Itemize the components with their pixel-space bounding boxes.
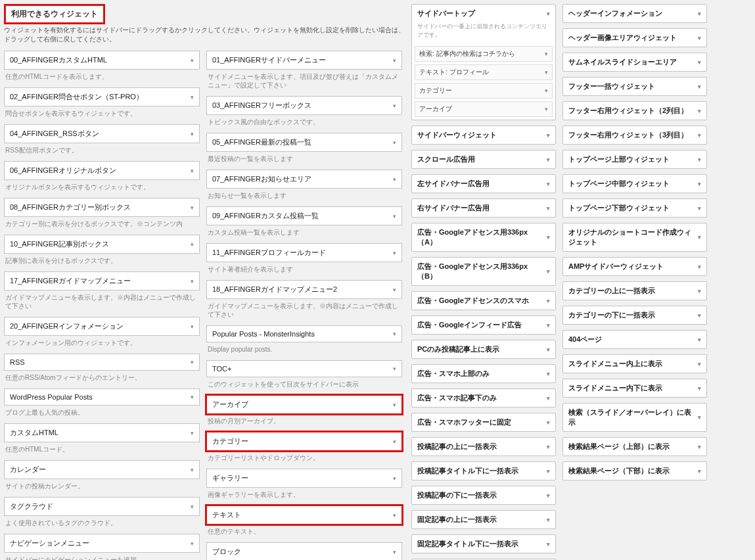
chevron-down-icon: ▾ [698, 83, 701, 90]
available-widget[interactable]: 03_AFFINGERフリーボックス▾ [206, 96, 402, 115]
placed-widget-label: アーカイブ [419, 105, 452, 114]
available-widget[interactable]: 07_AFFINGERお知らせエリア▾ [206, 170, 402, 189]
available-widget[interactable]: 00_AFFINGERカスタムHTML▾ [4, 51, 200, 70]
widget-area-header[interactable]: トップページ下部ウィジェット▾ [563, 199, 706, 217]
widget-area-header[interactable]: ヘッダーインフォメーション▾ [563, 5, 706, 22]
widget-area-header[interactable]: 投稿記事の下に一括表示▾ [412, 486, 555, 504]
available-widget[interactable]: WordPress Popular Posts▾ [4, 388, 200, 406]
available-widget[interactable]: 08_AFFINGERカテゴリー別ボックス▾ [4, 198, 200, 217]
widget-area-header[interactable]: オリジナルのショートコード作成ウィジェット▾ [563, 223, 706, 251]
widget-area-header[interactable]: カテゴリーの下に一括表示▾ [563, 306, 706, 324]
available-widget[interactable]: 09_AFFINGERカスタム投稿一覧▾ [206, 206, 402, 225]
chevron-down-icon: ▾ [698, 181, 701, 187]
widget-area-header[interactable]: 右サイドバナー広告用▾ [412, 199, 555, 217]
widget-title: 08_AFFINGERカテゴリー別ボックス [10, 202, 131, 212]
widget-area-header[interactable]: 広告・Googleインフィード広告▾ [412, 316, 555, 334]
available-widgets-title: 利用できるウィジェット [4, 4, 105, 24]
widget-area-header[interactable]: フッター右用ウィジェット（2列目）▾ [563, 102, 706, 120]
widget-area-header[interactable]: フッター一括ウィジェット▾ [563, 78, 706, 95]
available-widget[interactable]: Popular Posts - MonsterInsights▾ [206, 325, 402, 342]
widget-area-header[interactable]: フッター右用ウィジェット（3列目）▾ [563, 126, 706, 144]
available-widget[interactable]: ブロック▾ [206, 542, 402, 560]
available-widget[interactable]: TOC+▾ [206, 360, 402, 377]
widget-area-header[interactable]: 広告・Googleアドセンス用336px（B）▾ [412, 258, 555, 285]
widget-area-header[interactable]: サイドバーウィジェット▾ [412, 126, 555, 144]
available-widget[interactable]: 05_AFFINGER最新の投稿一覧▾ [206, 133, 402, 152]
widget-area-header[interactable]: スクロール広告用▾ [412, 151, 555, 168]
available-widget[interactable]: タグクラウド▾ [4, 497, 200, 516]
available-widget[interactable]: 01_AFFINGERサイドバーメニュー▾ [206, 51, 402, 70]
available-widget[interactable]: テキスト▾ [206, 505, 402, 525]
available-widget[interactable]: 04_AFFINGER_RSSボタン▾ [4, 124, 200, 143]
widget-area: 広告・Googleインフィード広告▾ [411, 315, 556, 335]
available-widget[interactable]: アーカイブ▾ [206, 395, 402, 414]
widget-area-header[interactable]: AMPサイドバーウィジェット▾ [563, 258, 706, 275]
widget-title: 07_AFFINGERお知らせエリア [212, 174, 311, 184]
widget-area-header[interactable]: カテゴリーの上に一括表示▾ [563, 282, 706, 300]
widget-area-header[interactable]: スライドメニュー内上に表示▾ [563, 355, 706, 373]
available-widget[interactable]: 10_AFFINGER記事別ボックス▾ [4, 235, 200, 254]
widget-area-header[interactable]: 左サイドバナー広告用▾ [412, 175, 555, 193]
widget-area-header[interactable]: PCのみ投稿記事上に表示▾ [412, 340, 555, 358]
widget-area-header[interactable]: 投稿記事の上に一括表示▾ [412, 438, 555, 455]
placed-widget[interactable]: アーカイブ▾ [415, 101, 553, 117]
chevron-down-icon: ▾ [547, 371, 550, 377]
available-widget[interactable]: RSS▾ [4, 354, 200, 371]
widget-area-header[interactable]: トップページ上部ウィジェット▾ [563, 151, 706, 168]
widget-area-header[interactable]: 広告・Googleアドセンス用336px（A）▾ [412, 223, 555, 251]
widget-description: 画像ギャラリーを表示します。 [206, 488, 402, 505]
chevron-down-icon: ▾ [393, 213, 396, 220]
chevron-down-icon: ▾ [698, 444, 701, 450]
widget-area-header[interactable]: トップページ中部ウィジェット▾ [563, 175, 706, 193]
widget-area-title: ヘッダー画像エリアウィジェット [568, 33, 677, 43]
widget-title: カスタムHTML [10, 428, 58, 438]
widget-description: Display popular posts. [206, 342, 402, 360]
available-widget[interactable]: 20_AFFINGERインフォメーション▾ [4, 317, 200, 336]
placed-widget[interactable]: テキスト: プロフィール▾ [415, 64, 553, 80]
available-widget[interactable]: ナビゲーションメニュー▾ [4, 534, 200, 553]
widget-area-header[interactable]: スライドメニュー内下に表示▾ [563, 379, 706, 397]
placed-widget[interactable]: カテゴリー▾ [415, 83, 553, 99]
chevron-down-icon: ▾ [698, 468, 701, 475]
chevron-down-icon: ▾ [191, 204, 194, 211]
widget-area-header[interactable]: 広告・スマホフッターに固定▾ [412, 413, 555, 431]
widget-area-title: 固定記事の上に一括表示 [417, 515, 497, 525]
widget-title: 02_AFFINGER問合せボタン（ST-PRO） [10, 92, 143, 102]
available-widget[interactable]: カスタムHTML▾ [4, 423, 200, 442]
available-widget[interactable]: ギャラリー▾ [206, 469, 402, 488]
widget-area-header[interactable]: 検索結果ページ（下部）に表示▾ [563, 462, 706, 480]
placed-widget[interactable]: 検索: 記事内の検索はコチラから▾ [415, 46, 553, 62]
widget-area-header[interactable]: 広告・Googleアドセンスのスマホ▾ [412, 292, 555, 310]
available-widget[interactable]: 18_AFFINGERガイドマップメニュー2▾ [206, 280, 402, 299]
chevron-down-icon: ▾ [547, 492, 550, 499]
widget-area-header[interactable]: サムネイルスライドショーエリア▾ [563, 53, 706, 71]
available-widget[interactable]: カテゴリー▾ [206, 432, 402, 451]
widget-area-header[interactable]: 広告・スマホ上部のみ▾ [412, 365, 555, 383]
available-widget[interactable]: カレンダー▾ [4, 460, 200, 479]
chevron-down-icon: ▾ [191, 467, 194, 473]
available-widgets-subtitle: ウィジェットを有効化するにはサイドバーにドラッグするかクリックしてください。ウィ… [4, 26, 405, 44]
available-widget[interactable]: 06_AFFINGERオリジナルボタン▾ [4, 161, 200, 180]
widget-area: トップページ上部ウィジェット▾ [562, 150, 707, 169]
widget-area: カテゴリーの下に一括表示▾ [562, 306, 707, 325]
widget-area-header[interactable]: 固定記事タイトル下に一括表示▾ [412, 535, 555, 553]
chevron-down-icon: ▾ [545, 106, 548, 112]
widget-area-header[interactable]: サイドバートップ▾ [412, 5, 555, 22]
widget-area-header[interactable]: 広告・スマホ記事下のみ▾ [412, 389, 555, 407]
available-widget[interactable]: 11_AFFINGERプロフィールカード▾ [206, 243, 402, 262]
widget-description: ガイドマップメニューを表示します。※内容はメニューで作成して下さい [206, 299, 402, 325]
available-widget[interactable]: 17_AFFINGERガイドマップメニュー▾ [4, 271, 200, 291]
widget-area-header[interactable]: ヘッダー画像エリアウィジェット▾ [563, 29, 706, 47]
widget-area: スクロール広告用▾ [411, 150, 556, 169]
widget-area-header[interactable]: 検索結果ページ（上部）に表示▾ [563, 438, 706, 455]
chevron-down-icon: ▾ [191, 278, 194, 285]
widget-area: サイドバーウィジェット▾ [411, 126, 556, 145]
widget-area-header[interactable]: 検索（スライド／オーバーレイ）に表示▾ [563, 404, 706, 431]
widget-area-header[interactable]: 固定記事の上に一括表示▾ [412, 511, 555, 528]
widget-title: アーカイブ [212, 400, 248, 409]
widget-area-header[interactable]: 投稿記事タイトル下に一括表示▾ [412, 462, 555, 480]
widget-area-title: 投稿記事の下に一括表示 [417, 490, 497, 500]
widget-area: フッター右用ウィジェット（3列目）▾ [562, 126, 707, 145]
widget-area-header[interactable]: 404ページ▾ [563, 331, 706, 348]
available-widget[interactable]: 02_AFFINGER問合せボタン（ST-PRO）▾ [4, 87, 200, 106]
